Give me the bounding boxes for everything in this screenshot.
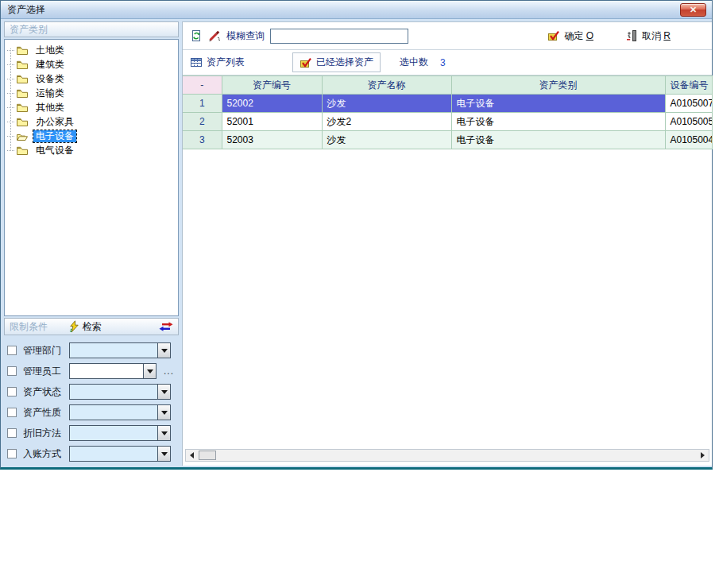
cancel-button[interactable]: 取消 R — [625, 29, 671, 43]
cell-asset-name[interactable]: 沙发 — [322, 95, 451, 113]
cell-asset-category[interactable]: 电子设备 — [451, 131, 665, 149]
horizontal-scrollbar[interactable] — [185, 449, 709, 462]
ok-button-label: 确定 — [564, 30, 586, 41]
row-number: 1 — [183, 95, 222, 113]
employee-select[interactable] — [69, 363, 157, 379]
folder-icon — [16, 74, 29, 84]
filter-row-employee: 管理员工 ... — [7, 361, 179, 381]
chevron-down-icon[interactable] — [157, 447, 170, 461]
open-folder-icon — [16, 131, 29, 141]
filter-row-asset-status: 资产状态 — [7, 381, 179, 402]
chevron-down-icon[interactable] — [157, 405, 170, 420]
column-header-device-code[interactable]: 设备编号 — [665, 76, 713, 95]
tree-item-building[interactable]: 建筑类 — [5, 57, 178, 72]
department-select[interactable] — [69, 342, 171, 358]
pen-icon — [208, 29, 221, 42]
fuzzy-query-label: 模糊查询 — [226, 29, 265, 43]
tree-item-office-furniture[interactable]: 办公家具 — [5, 114, 178, 129]
cancel-accel: R — [663, 30, 671, 41]
depreciation-checkbox[interactable] — [7, 428, 17, 438]
fuzzy-query-button[interactable] — [208, 29, 221, 42]
tree-item-other[interactable]: 其他类 — [5, 100, 178, 114]
cell-asset-code[interactable]: 52003 — [222, 131, 322, 149]
row-number: 2 — [183, 113, 222, 131]
depreciation-select[interactable] — [69, 425, 171, 441]
close-icon: ✕ — [690, 5, 697, 15]
employee-checkbox[interactable] — [7, 366, 17, 376]
tree-item-transport[interactable]: 运输类 — [5, 86, 178, 100]
selected-count-label: 选中数 — [400, 56, 428, 69]
cell-asset-name[interactable]: 沙发 — [322, 131, 451, 149]
search-button[interactable]: 检索 — [68, 320, 102, 334]
filter-label: 折旧方法 — [23, 427, 64, 440]
entry-method-select[interactable] — [69, 446, 171, 462]
filter-label: 资产性质 — [23, 406, 64, 420]
ok-button[interactable]: 确定 O — [547, 29, 593, 43]
entry-method-checkbox[interactable] — [7, 449, 17, 458]
asset-select-dialog: 资产选择 ✕ 资产类别 土地类 建筑类 设备类 — [0, 0, 713, 470]
filter-panel-title: 限制条件 — [10, 320, 48, 334]
column-header-asset-category[interactable]: 资产类别 — [451, 76, 665, 95]
category-panel-title: 资产类别 — [10, 23, 48, 37]
cell-device-code[interactable]: A0105007 — [665, 95, 713, 113]
tree-item-equipment[interactable]: 设备类 — [5, 72, 178, 86]
cell-asset-code[interactable]: 52002 — [222, 95, 322, 113]
chevron-down-icon[interactable] — [157, 426, 170, 440]
chevron-down-icon[interactable] — [157, 343, 170, 358]
titlebar[interactable]: 资产选择 ✕ — [1, 1, 712, 19]
cell-asset-category[interactable]: 电子设备 — [451, 95, 665, 113]
asset-status-select[interactable] — [69, 384, 171, 400]
cell-asset-code[interactable]: 52001 — [222, 113, 322, 131]
cell-asset-category[interactable]: 电子设备 — [451, 113, 665, 131]
filter-panel-header: 限制条件 检索 — [4, 318, 179, 335]
scroll-right-arrow[interactable] — [698, 450, 709, 461]
table-row[interactable]: 3 52003 沙发 电子设备 A0105004 — [183, 131, 713, 149]
column-header-asset-code[interactable]: 资产编号 — [222, 76, 322, 95]
left-panel: 资产类别 土地类 建筑类 设备类 运输类 — [4, 21, 179, 465]
scroll-left-arrow[interactable] — [186, 450, 197, 461]
table-row[interactable]: 1 52002 沙发 电子设备 A0105007 — [183, 95, 713, 113]
cell-device-code[interactable]: A0105005 — [665, 113, 713, 131]
folder-icon — [16, 103, 29, 113]
fuzzy-query-input[interactable] — [270, 29, 408, 44]
tree-item-land[interactable]: 土地类 — [5, 43, 178, 57]
exit-icon — [625, 29, 638, 42]
category-panel-header: 资产类别 — [4, 21, 179, 37]
scrollbar-thumb[interactable] — [199, 451, 216, 460]
asset-table: - 资产编号 资产名称 资产类别 设备编号 1 52002 沙发 电子设备 A0… — [183, 75, 713, 149]
folder-icon — [16, 45, 29, 56]
window-title: 资产选择 — [7, 3, 45, 17]
asset-nature-select[interactable] — [69, 404, 171, 420]
cancel-button-label: 取消 — [642, 30, 663, 41]
chevron-down-icon[interactable] — [143, 364, 156, 378]
folder-icon — [16, 145, 29, 156]
department-checkbox[interactable] — [7, 346, 17, 355]
column-header-index[interactable]: - — [183, 76, 222, 95]
chevron-down-icon[interactable] — [157, 385, 170, 399]
column-header-asset-name[interactable]: 资产名称 — [322, 76, 451, 95]
tab-selected-assets[interactable]: 已经选择资产 — [292, 52, 381, 72]
tree-item-label: 电气设备 — [33, 145, 76, 157]
cell-asset-name[interactable]: 沙发2 — [322, 113, 451, 131]
check-box-icon — [547, 29, 560, 42]
table-row[interactable]: 2 52001 沙发2 电子设备 A0105005 — [183, 113, 713, 131]
table-header-row: - 资产编号 资产名称 资产类别 设备编号 — [183, 76, 713, 95]
swap-button[interactable] — [159, 322, 173, 331]
row-number: 3 — [183, 131, 222, 149]
employee-more-button[interactable]: ... — [164, 366, 174, 377]
filter-row-depreciation: 折旧方法 — [7, 423, 179, 443]
refresh-button[interactable] — [190, 29, 203, 42]
tree-item-electronic-equipment[interactable]: 电子设备 — [5, 129, 178, 143]
tree-item-label: 建筑类 — [33, 59, 67, 71]
cell-device-code[interactable]: A0105004 — [665, 131, 713, 149]
filter-row-department: 管理部门 — [7, 340, 179, 361]
tab-asset-list[interactable]: 资产列表 — [190, 56, 245, 69]
tabs-row: 资产列表 已经选择资产 选中数 3 — [183, 50, 712, 75]
asset-nature-checkbox[interactable] — [7, 408, 17, 417]
filter-label: 入账方式 — [23, 447, 64, 461]
close-button[interactable]: ✕ — [680, 3, 706, 17]
asset-status-checkbox[interactable] — [7, 387, 17, 397]
toolbar: 模糊查询 确定 O 取消 R — [183, 22, 712, 50]
filter-rows: 管理部门 管理员工 ... 资产状态 — [4, 335, 179, 464]
tree-item-electrical-equipment[interactable]: 电气设备 — [5, 143, 178, 157]
